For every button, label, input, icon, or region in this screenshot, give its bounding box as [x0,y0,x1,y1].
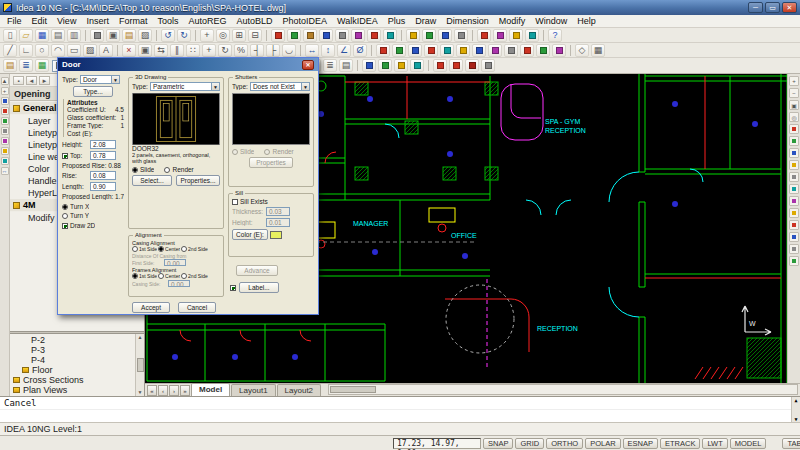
erase-icon[interactable]: × [122,44,136,57]
hatch-icon[interactable]: ▨ [83,44,97,57]
d3-slide-radio[interactable] [132,167,138,173]
roofs-strip-icon[interactable] [1,147,9,155]
project-item-plan-views[interactable]: Plan Views [10,385,135,395]
text-icon[interactable]: A [99,44,113,57]
dialog-close-icon[interactable]: ✕ [302,60,314,70]
tab-scroll-last-button[interactable]: » [180,385,190,396]
pan-icon[interactable]: + [200,29,214,42]
copy-object-icon[interactable]: ▣ [138,44,152,57]
tab-scroll-next-button[interactable]: › [169,385,179,396]
electrical-icon[interactable] [456,44,470,57]
tab-scroll-first-button[interactable]: « [147,385,157,396]
length-field[interactable]: 0.90 [90,182,116,191]
rotate-icon[interactable]: ↻ [218,44,232,57]
command-window[interactable]: Cancel ▲ ▼ [0,396,800,422]
section-icon[interactable] [520,44,534,57]
redraw-icon[interactable] [394,59,408,72]
menu-modify[interactable]: Modify [494,15,531,27]
menu-help[interactable]: Help [572,15,601,27]
shade-icon[interactable] [789,160,799,170]
storey-down-icon[interactable] [465,59,479,72]
menu-plus[interactable]: Plus [383,15,411,27]
copy-icon[interactable]: ▣ [106,29,120,42]
tab-scroll-prev-button[interactable]: ‹ [158,385,168,396]
building-levels-icon[interactable] [433,59,447,72]
stairs-strip-icon[interactable] [1,137,9,145]
match-properties-icon[interactable]: ▨ [138,29,152,42]
gas-icon[interactable] [488,44,502,57]
maximize-button[interactable]: ▭ [765,2,780,13]
materials-icon[interactable] [789,220,799,230]
d3-render-radio[interactable] [164,167,170,173]
select-tool-icon[interactable]: ▲ [1,77,9,85]
menu-view[interactable]: View [52,15,81,27]
new-file-icon[interactable]: ▯ [3,29,17,42]
casing-2nd-side-radio[interactable] [181,246,187,252]
dim-radius-icon[interactable]: Ø [353,44,367,57]
views-top-icon[interactable] [789,136,799,146]
wireframe-icon[interactable] [789,172,799,182]
top-checkbox[interactable] [62,153,68,159]
array-icon[interactable]: ∷ [186,44,200,57]
cooling-icon[interactable] [472,44,486,57]
slab-tool-icon[interactable] [335,29,349,42]
walls-strip-icon[interactable] [1,107,9,115]
status-toggle-etrack[interactable]: ETRACK [660,438,700,449]
circle-icon[interactable]: ○ [35,44,49,57]
lineweight-icon[interactable]: ≣ [323,59,337,72]
menu-draw[interactable]: Draw [410,15,441,27]
status-toggle-model[interactable]: MODEL [730,438,767,449]
layer-manager-icon[interactable]: ≣ [19,59,33,72]
tab-model[interactable]: Model [191,383,230,396]
move-icon[interactable]: + [202,44,216,57]
views-front-icon[interactable] [789,124,799,134]
status-toggle-lwt[interactable]: LWT [702,438,727,449]
label-button[interactable]: Label... [239,282,279,293]
scroll-down-icon[interactable]: ▼ [794,416,797,422]
osnap-settings-icon[interactable]: ◇ [575,44,589,57]
pan-strip-icon[interactable]: + [1,87,9,95]
plumbing-icon[interactable] [440,44,454,57]
scroll-thumb[interactable] [137,358,144,372]
background-icon[interactable] [789,232,799,242]
sill-color-button[interactable]: Color (E): [232,229,268,240]
status-toggle-tablet[interactable]: TABLET [782,438,800,449]
project-item-floor[interactable]: Floor [10,365,135,375]
casing-center-radio[interactable] [158,246,164,252]
zoom-previous-icon[interactable]: ⊟ [248,29,262,42]
trim-icon[interactable]: ┤ [250,44,264,57]
dim-angular-icon[interactable]: ∠ [337,44,351,57]
command-scrollbar[interactable]: ▲ ▼ [791,397,800,422]
plot-style-icon[interactable]: ▤ [339,59,353,72]
status-toggle-esnap[interactable]: ESNAP [623,438,658,449]
cut-icon[interactable] [90,29,104,42]
arc-icon[interactable]: ◠ [51,44,65,57]
height-field[interactable]: 2.08 [90,140,116,149]
hide-icon[interactable] [789,184,799,194]
layer-states-icon[interactable]: ▦ [35,59,49,72]
dim-linear-icon[interactable]: ↔ [305,44,319,57]
openings-strip-icon[interactable] [1,117,9,125]
offset-icon[interactable]: ∥ [170,44,184,57]
camera-icon[interactable] [525,29,539,42]
redo-icon[interactable]: ↻ [177,29,191,42]
rectangle-icon[interactable]: ▭ [67,44,81,57]
project-item-p-2[interactable]: P-2 [10,335,135,345]
undo-icon[interactable]: ↺ [161,29,175,42]
menu-file[interactable]: File [2,15,27,27]
command-input[interactable] [0,410,800,412]
plot-icon[interactable]: ▤ [51,29,65,42]
close-button[interactable]: ✕ [782,2,797,13]
layer-on-icon[interactable] [422,29,436,42]
scale-icon[interactable]: % [234,44,248,57]
menu-insert[interactable]: Insert [81,15,114,27]
palette-next-icon[interactable]: ► [39,76,50,85]
palette-pin-icon[interactable]: ▪ [13,76,24,85]
dim-vertical-icon[interactable]: ↕ [321,44,335,57]
horizontal-scrollbar[interactable] [328,384,798,395]
orbit-icon[interactable]: ◎ [789,112,799,122]
menu-dimension[interactable]: Dimension [441,15,494,27]
help-icon[interactable]: ? [548,29,562,42]
regen-icon[interactable] [378,59,392,72]
dims-strip-icon[interactable]: ↔ [1,167,9,175]
